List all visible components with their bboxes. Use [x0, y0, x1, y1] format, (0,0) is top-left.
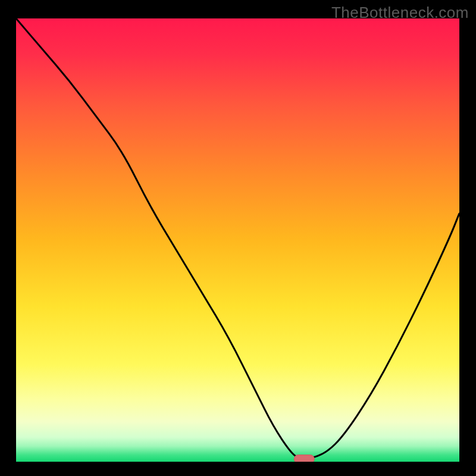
optimal-marker [294, 455, 314, 462]
chart-frame: TheBottleneck.com [0, 0, 476, 476]
gradient-background [16, 18, 459, 462]
chart-svg [16, 18, 459, 462]
plot-area [16, 18, 459, 462]
